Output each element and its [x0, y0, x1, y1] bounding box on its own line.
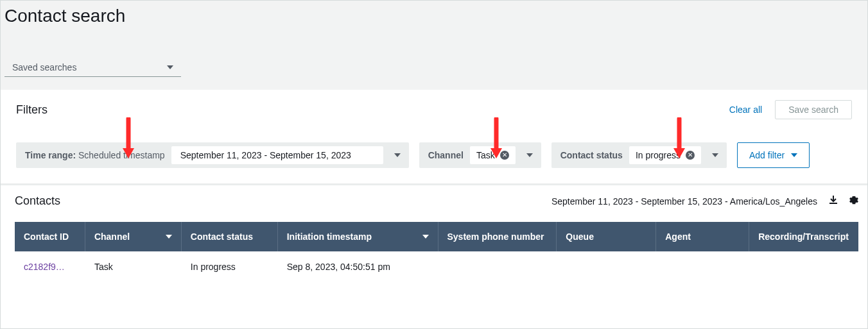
channel-value-text: Task [476, 150, 495, 160]
time-range-label: Time range: Scheduled timestamp [16, 150, 169, 160]
col-header-agent-label: Agent [665, 232, 691, 242]
contacts-heading: Contacts [15, 194, 60, 208]
channel-label: Channel [419, 150, 467, 160]
contact-status-dropdown-toggle[interactable] [704, 142, 727, 168]
channel-value[interactable]: Task ✕ [470, 146, 516, 164]
caret-down-icon [791, 153, 797, 157]
col-header-recording[interactable]: Recording/Transcript [749, 222, 858, 251]
cell-initiation-timestamp: Sep 8, 2023, 04:50:51 pm [278, 262, 438, 272]
col-header-system-phone-label: System phone number [447, 232, 544, 242]
col-header-channel-label: Channel [94, 232, 130, 242]
filter-chip-channel: Channel Task ✕ [419, 142, 541, 168]
saved-searches-label: Saved searches [12, 62, 76, 72]
col-header-queue-label: Queue [566, 232, 594, 242]
col-header-contact-status[interactable]: Contact status [182, 222, 278, 251]
col-header-initiation-timestamp[interactable]: Initiation timestamp [278, 222, 438, 251]
save-search-button[interactable]: Save search [775, 100, 852, 119]
caret-down-icon [166, 235, 172, 239]
caret-down-icon [526, 153, 533, 157]
contact-status-label: Contact status [551, 150, 627, 160]
time-range-dropdown-toggle[interactable] [386, 142, 409, 168]
col-header-system-phone[interactable]: System phone number [438, 222, 557, 251]
filters-heading: Filters [16, 103, 48, 117]
col-header-contact-status-label: Contact status [191, 232, 253, 242]
add-filter-button[interactable]: Add filter [737, 142, 810, 168]
col-header-initiation-timestamp-label: Initiation timestamp [287, 232, 372, 242]
contact-status-value-text: In progress [636, 150, 681, 160]
col-header-contact-id-label: Contact ID [24, 232, 69, 242]
col-header-recording-label: Recording/Transcript [758, 232, 849, 242]
col-header-channel[interactable]: Channel [85, 222, 182, 251]
cell-contact-status: In progress [182, 262, 278, 272]
caret-down-icon [422, 235, 429, 239]
page-title: Contact search [1, 1, 867, 26]
contact-status-value[interactable]: In progress ✕ [629, 146, 701, 164]
remove-contact-status-icon[interactable]: ✕ [686, 151, 695, 160]
caret-down-icon [167, 65, 173, 69]
filter-chip-contact-status: Contact status In progress ✕ [551, 142, 727, 168]
time-range-sublabel: Scheduled timestamp [78, 150, 165, 160]
caret-down-icon [394, 153, 401, 157]
filter-chip-time-range: Time range: Scheduled timestamp Septembe… [16, 142, 409, 168]
channel-dropdown-toggle[interactable] [518, 142, 541, 168]
time-range-label-text: Time range: [25, 150, 76, 160]
caret-down-icon [712, 153, 718, 157]
gear-icon[interactable] [849, 196, 858, 207]
time-range-value[interactable]: September 11, 2023 - September 15, 2023 [171, 146, 383, 164]
table-header-row: Contact ID Channel Contact status Initia… [15, 222, 858, 251]
col-header-contact-id[interactable]: Contact ID [15, 222, 85, 251]
remove-channel-icon[interactable]: ✕ [500, 151, 509, 160]
time-range-value-text: September 11, 2023 - September 15, 2023 [180, 150, 351, 160]
col-header-agent[interactable]: Agent [656, 222, 749, 251]
contacts-summary: September 11, 2023 - September 15, 2023 … [551, 196, 817, 207]
cell-contact-id[interactable]: c2182f9… [15, 262, 85, 272]
clear-all-link[interactable]: Clear all [729, 105, 762, 115]
col-header-queue[interactable]: Queue [557, 222, 656, 251]
download-icon[interactable] [829, 196, 838, 207]
saved-searches-dropdown[interactable]: Saved searches [4, 58, 181, 77]
cell-channel: Task [85, 262, 182, 272]
table-row[interactable]: c2182f9… Task In progress Sep 8, 2023, 0… [15, 251, 858, 282]
add-filter-label: Add filter [749, 150, 785, 160]
